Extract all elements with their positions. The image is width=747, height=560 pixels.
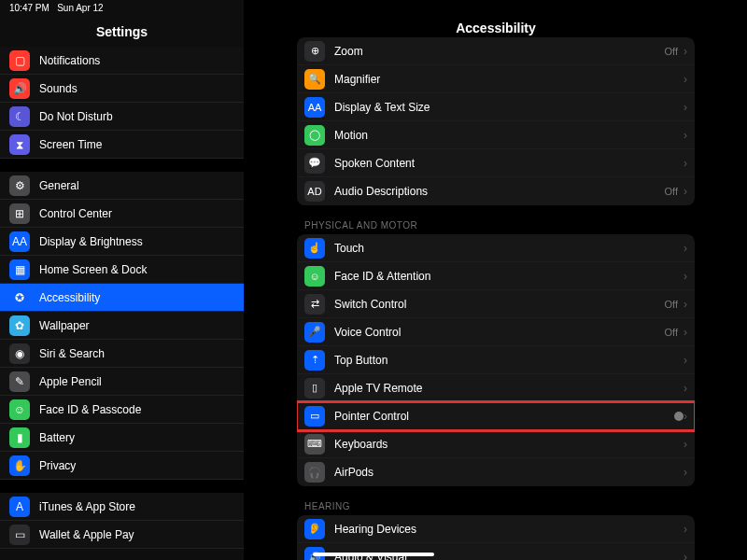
- setting-row-label: Audio Descriptions: [334, 185, 500, 198]
- status-left: 10:47 PM Sun Apr 12: [9, 3, 104, 13]
- setting-row-keyboards[interactable]: ⌨Keyboards›: [297, 430, 695, 458]
- chevron-right-icon: ›: [684, 157, 687, 170]
- airpods-icon: 🎧: [304, 462, 325, 483]
- do-not-disturb-icon: ☾: [9, 106, 30, 127]
- setting-row-label: Hearing Devices: [334, 523, 684, 536]
- display-brightness-icon: AA: [9, 231, 30, 252]
- setting-row-motion[interactable]: ◯Motion›: [297, 121, 695, 149]
- setting-row-pointer-control[interactable]: ▭Pointer Control›: [297, 402, 695, 430]
- face-id-passcode-icon: ☺: [9, 399, 30, 420]
- sidebar-item-label: Apple Pencil: [39, 375, 234, 388]
- sidebar-item-face-id-passcode[interactable]: ☺Face ID & Passcode: [0, 396, 244, 424]
- wallpaper-icon: ✿: [9, 315, 30, 336]
- pointer-control-icon: ▭: [304, 406, 325, 427]
- display-text-size-icon: AA: [304, 97, 325, 118]
- chevron-right-icon: ›: [684, 354, 687, 367]
- sidebar-item-label: Battery: [39, 431, 234, 444]
- setting-row-audio-descriptions[interactable]: ADAudio DescriptionsOff›: [297, 177, 695, 205]
- setting-row-zoom[interactable]: ⊕ZoomOff›: [297, 37, 695, 65]
- sidebar-item-general[interactable]: ⚙General: [0, 172, 244, 200]
- setting-row-face-id-attention[interactable]: ☺Face ID & Attention›: [297, 262, 695, 290]
- sidebar-item-siri-search[interactable]: ◉Siri & Search: [0, 340, 244, 368]
- sidebar-item-battery[interactable]: ▮Battery: [0, 424, 244, 452]
- chevron-right-icon: ›: [684, 551, 687, 560]
- setting-row-touch[interactable]: ☝Touch›: [297, 234, 695, 262]
- setting-row-audio-visual[interactable]: 🔊Audio & Visual›: [297, 543, 695, 560]
- setting-row-top-button[interactable]: ⇡Top Button›: [297, 346, 695, 374]
- magnifier-icon: 🔍: [304, 69, 325, 90]
- sidebar-item-wallet-apple-pay[interactable]: ▭Wallet & Apple Pay: [0, 521, 244, 549]
- touch-icon: ☝: [304, 238, 325, 259]
- setting-row-label: Apple TV Remote: [334, 382, 684, 395]
- setting-row-label: Motion: [334, 129, 684, 142]
- setting-row-apple-tv-remote[interactable]: ▯Apple TV Remote›: [297, 374, 695, 402]
- setting-row-label: Top Button: [334, 354, 684, 367]
- sidebar-item-privacy[interactable]: ✋Privacy: [0, 452, 244, 480]
- setting-row-switch-control[interactable]: ⇄Switch ControlOff›: [297, 290, 695, 318]
- sidebar-item-label: Privacy: [39, 459, 234, 472]
- sidebar-item-label: Wallpaper: [39, 319, 234, 332]
- setting-row-value: Off: [665, 327, 678, 338]
- setting-row-hearing-devices[interactable]: 👂Hearing Devices›: [297, 515, 695, 543]
- zoom-icon: ⊕: [304, 41, 325, 62]
- sidebar-item-sounds[interactable]: 🔊Sounds: [0, 75, 244, 103]
- itunes-app-store-icon: A: [9, 497, 30, 517]
- sidebar-item-accessibility[interactable]: ✪Accessibility: [0, 284, 244, 312]
- sidebar-item-home-screen-dock[interactable]: ▦Home Screen & Dock: [0, 256, 244, 284]
- sidebar-item-label: Home Screen & Dock: [39, 263, 234, 276]
- setting-row-label: Face ID & Attention: [334, 270, 684, 283]
- sidebar-item-label: iTunes & App Store: [39, 500, 234, 513]
- setting-row-spoken-content[interactable]: 💬Spoken Content›: [297, 149, 695, 177]
- setting-row-label: Zoom: [334, 45, 500, 58]
- setting-row-magnifier[interactable]: 🔍Magnifier›: [297, 65, 695, 93]
- sidebar-item-label: Control Center: [39, 207, 234, 220]
- sidebar-item-screen-time[interactable]: ⧗Screen Time: [0, 131, 244, 159]
- section-header-hearing: HEARING: [297, 492, 695, 515]
- setting-row-label: Switch Control: [334, 298, 500, 311]
- setting-row-value: Off: [665, 186, 678, 197]
- setting-row-label: Spoken Content: [334, 157, 684, 170]
- setting-row-label: Magnifier: [334, 73, 684, 86]
- sidebar-item-do-not-disturb[interactable]: ☾Do Not Disturb: [0, 103, 244, 131]
- chevron-right-icon: ›: [684, 382, 687, 395]
- setting-row-voice-control[interactable]: 🎤Voice ControlOff›: [297, 318, 695, 346]
- chevron-right-icon: ›: [684, 45, 687, 58]
- apple-pencil-icon: ✎: [9, 371, 30, 392]
- accessibility-icon: ✪: [9, 287, 30, 308]
- sidebar-item-display-brightness[interactable]: AADisplay & Brightness: [0, 228, 244, 256]
- settings-sidebar: Settings ▢Notifications🔊Sounds☾Do Not Di…: [0, 0, 245, 560]
- sidebar-item-label: Screen Time: [39, 138, 234, 151]
- sidebar-item-apple-pencil[interactable]: ✎Apple Pencil: [0, 368, 244, 396]
- status-time: 10:47 PM: [9, 3, 49, 13]
- sidebar-item-label: Face ID & Passcode: [39, 403, 234, 416]
- setting-row-label: Touch: [334, 242, 684, 255]
- voice-control-icon: 🎤: [304, 322, 325, 343]
- chevron-right-icon: ›: [684, 438, 687, 451]
- screen-time-icon: ⧗: [9, 134, 30, 155]
- sidebar-item-label: General: [39, 179, 234, 192]
- sidebar-item-control-center[interactable]: ⊞Control Center: [0, 200, 244, 228]
- chevron-right-icon: ›: [684, 185, 687, 198]
- setting-row-label: Keyboards: [334, 438, 684, 451]
- setting-row-value: Off: [665, 299, 678, 310]
- battery-icon: ▮: [9, 427, 30, 448]
- setting-row-label: Voice Control: [334, 326, 500, 339]
- sidebar-item-label: Sounds: [39, 82, 234, 95]
- sidebar-item-notifications[interactable]: ▢Notifications: [0, 47, 244, 75]
- setting-row-airpods[interactable]: 🎧AirPods›: [297, 458, 695, 486]
- control-center-icon: ⊞: [9, 203, 30, 224]
- setting-row-display-text-size[interactable]: AADisplay & Text Size›: [297, 93, 695, 121]
- pointer-dot-icon: [674, 412, 684, 421]
- top-button-icon: ⇡: [304, 350, 325, 371]
- sidebar-item-wallpaper[interactable]: ✿Wallpaper: [0, 312, 244, 340]
- home-indicator[interactable]: [313, 553, 434, 556]
- chevron-right-icon: ›: [684, 101, 687, 114]
- chevron-right-icon: ›: [684, 466, 687, 479]
- apple-tv-remote-icon: ▯: [304, 378, 325, 399]
- chevron-right-icon: ›: [684, 523, 687, 536]
- setting-row-label: AirPods: [334, 466, 684, 479]
- siri-search-icon: ◉: [9, 343, 30, 364]
- status-date: Sun Apr 12: [57, 3, 103, 13]
- general-icon: ⚙: [9, 175, 30, 196]
- sidebar-item-itunes-app-store[interactable]: AiTunes & App Store: [0, 493, 244, 521]
